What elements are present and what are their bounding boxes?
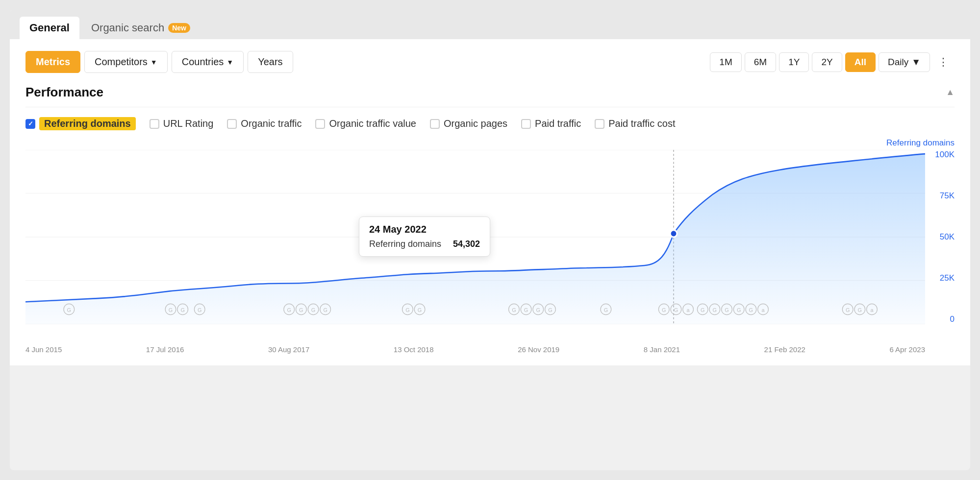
badge-new: New bbox=[168, 23, 190, 33]
x-label-1: 17 Jul 2016 bbox=[146, 345, 184, 354]
toolbar-right: 1M 6M 1Y 2Y All Daily ▼ bbox=[710, 52, 955, 72]
metric-url-rating[interactable]: URL Rating bbox=[150, 118, 214, 129]
y-label-25k: 25K bbox=[940, 273, 955, 283]
years-button[interactable]: Years bbox=[248, 51, 293, 73]
chart-area: G G G G G bbox=[25, 150, 925, 324]
countries-label: Countries bbox=[182, 56, 224, 68]
y-axis-labels: 100K 75K 50K 25K 0 bbox=[926, 150, 955, 324]
svg-text:a: a bbox=[870, 307, 874, 312]
x-label-6: 21 Feb 2022 bbox=[764, 345, 805, 354]
time-1y-button[interactable]: 1Y bbox=[779, 52, 809, 72]
x-label-4: 26 Nov 2019 bbox=[518, 345, 559, 354]
daily-label: Daily bbox=[888, 57, 908, 68]
svg-text:G: G bbox=[405, 307, 409, 312]
metrics-button[interactable]: Metrics bbox=[25, 51, 80, 73]
metrics-row: Referring domains URL Rating Organic tra… bbox=[25, 117, 955, 130]
svg-text:G: G bbox=[67, 307, 71, 312]
svg-text:G: G bbox=[536, 307, 540, 312]
metric-organic-traffic-value[interactable]: Organic traffic value bbox=[315, 118, 416, 129]
tab-bar: General Organic search New bbox=[10, 10, 970, 39]
svg-text:G: G bbox=[713, 307, 717, 312]
metric-organic-pages-label: Organic pages bbox=[444, 118, 507, 129]
main-container: General Organic search New Metrics Compe… bbox=[10, 10, 970, 470]
checkbox-referring-domains[interactable] bbox=[25, 119, 35, 129]
svg-text:G: G bbox=[749, 307, 753, 312]
toolbar-left: Metrics Competitors ▼ Countries ▼ Years bbox=[25, 51, 293, 73]
svg-text:G: G bbox=[180, 307, 184, 312]
svg-text:G: G bbox=[737, 307, 741, 312]
chart-tooltip-dot bbox=[670, 230, 677, 237]
metric-paid-traffic-cost[interactable]: Paid traffic cost bbox=[595, 118, 675, 129]
performance-header: Performance ▲ bbox=[25, 85, 955, 107]
svg-text:G: G bbox=[674, 307, 678, 312]
checkbox-paid-traffic[interactable] bbox=[521, 119, 531, 129]
metric-organic-traffic-value-label: Organic traffic value bbox=[329, 118, 416, 129]
y-label-75k: 75K bbox=[940, 191, 955, 201]
metric-url-rating-label: URL Rating bbox=[163, 118, 214, 129]
checkbox-organic-pages[interactable] bbox=[430, 119, 440, 129]
tab-general-label: General bbox=[29, 22, 70, 34]
metric-paid-traffic-label: Paid traffic bbox=[535, 118, 581, 129]
competitors-label: Competitors bbox=[95, 56, 148, 68]
svg-text:G: G bbox=[604, 307, 608, 312]
metric-organic-pages[interactable]: Organic pages bbox=[430, 118, 507, 129]
tab-organic-search-label: Organic search bbox=[91, 22, 164, 34]
time-all-button[interactable]: All bbox=[845, 52, 876, 72]
tab-general[interactable]: General bbox=[20, 17, 79, 39]
more-options-button[interactable]: ⋮ bbox=[933, 52, 955, 72]
metric-paid-traffic-cost-label: Paid traffic cost bbox=[608, 118, 675, 129]
time-6m-button[interactable]: 6M bbox=[745, 52, 776, 72]
toolbar: Metrics Competitors ▼ Countries ▼ Years … bbox=[25, 51, 955, 73]
svg-text:G: G bbox=[662, 307, 666, 312]
years-label: Years bbox=[258, 56, 282, 68]
metrics-label: Metrics bbox=[36, 56, 70, 68]
competitors-button[interactable]: Competitors ▼ bbox=[84, 51, 168, 73]
metric-organic-traffic-label: Organic traffic bbox=[241, 118, 302, 129]
y-label-0: 0 bbox=[950, 314, 955, 324]
checkbox-organic-traffic[interactable] bbox=[227, 119, 237, 129]
x-label-5: 8 Jan 2021 bbox=[644, 345, 680, 354]
performance-title: Performance bbox=[25, 85, 103, 100]
svg-text:G: G bbox=[725, 307, 729, 312]
daily-button[interactable]: Daily ▼ bbox=[879, 52, 930, 72]
x-axis-labels: 4 Jun 2015 17 Jul 2016 30 Aug 2017 13 Oc… bbox=[25, 327, 925, 354]
checkbox-paid-traffic-cost[interactable] bbox=[595, 119, 604, 129]
svg-text:G: G bbox=[512, 307, 516, 312]
metric-referring-domains[interactable]: Referring domains bbox=[25, 117, 136, 130]
countries-chevron-icon: ▼ bbox=[226, 58, 233, 66]
checkbox-organic-traffic-value[interactable] bbox=[315, 119, 325, 129]
x-label-3: 13 Oct 2018 bbox=[394, 345, 434, 354]
x-label-2: 30 Aug 2017 bbox=[268, 345, 309, 354]
content-area: Metrics Competitors ▼ Countries ▼ Years … bbox=[10, 39, 970, 365]
svg-text:G: G bbox=[287, 307, 291, 312]
performance-section: Performance ▲ Referring domains URL Rati… bbox=[25, 85, 955, 354]
svg-text:G: G bbox=[858, 307, 862, 312]
tab-organic-search[interactable]: Organic search New bbox=[81, 17, 200, 39]
svg-text:G: G bbox=[846, 307, 850, 312]
daily-chevron-icon: ▼ bbox=[911, 57, 921, 68]
y-label-50k: 50K bbox=[940, 232, 955, 242]
svg-text:G: G bbox=[299, 307, 303, 312]
svg-text:G: G bbox=[418, 307, 422, 312]
svg-text:G: G bbox=[198, 307, 201, 312]
metric-referring-domains-label: Referring domains bbox=[39, 117, 136, 130]
time-2y-button[interactable]: 2Y bbox=[812, 52, 842, 72]
countries-button[interactable]: Countries ▼ bbox=[172, 51, 244, 73]
svg-text:G: G bbox=[548, 307, 552, 312]
chart-legend-referring-domains: Referring domains bbox=[886, 138, 955, 148]
svg-text:G: G bbox=[311, 307, 315, 312]
y-label-100k: 100K bbox=[935, 150, 955, 160]
metric-organic-traffic[interactable]: Organic traffic bbox=[227, 118, 302, 129]
svg-text:G: G bbox=[323, 307, 327, 312]
collapse-button[interactable]: ▲ bbox=[946, 87, 955, 97]
metric-paid-traffic[interactable]: Paid traffic bbox=[521, 118, 581, 129]
svg-text:a: a bbox=[687, 307, 690, 312]
x-label-0: 4 Jun 2015 bbox=[25, 345, 62, 354]
chart-container: Referring domains 100K 75K 50K 25K 0 bbox=[25, 138, 955, 354]
svg-text:G: G bbox=[701, 307, 704, 312]
svg-text:a: a bbox=[761, 307, 765, 312]
svg-text:G: G bbox=[524, 307, 528, 312]
time-1m-button[interactable]: 1M bbox=[710, 52, 741, 72]
checkbox-url-rating[interactable] bbox=[150, 119, 159, 129]
competitors-chevron-icon: ▼ bbox=[151, 58, 157, 66]
